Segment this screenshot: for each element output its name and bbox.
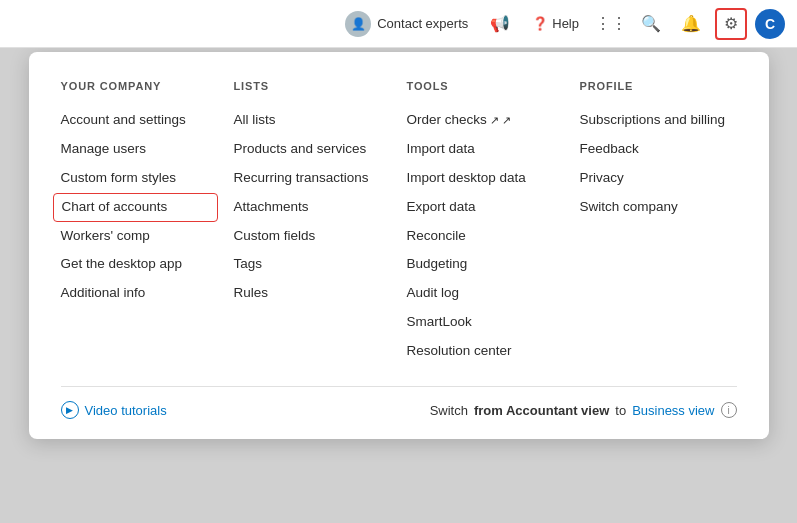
menu-col-header-3: PROFILE [580, 80, 737, 92]
menu-column-0: YOUR COMPANYAccount and settingsManage u… [61, 80, 234, 366]
menu-item-0-6[interactable]: Additional info [61, 279, 218, 308]
grid-icon[interactable]: ⋮⋮ [595, 8, 627, 40]
menu-item-2-3[interactable]: Export data [407, 193, 564, 222]
dropdown-footer: ▶ Video tutorials Switch from Accountant… [61, 386, 737, 419]
switch-link-text: Business view [632, 403, 714, 418]
user-avatar[interactable]: C [755, 9, 785, 39]
help-icon: ❓ [532, 16, 548, 31]
search-icon[interactable]: 🔍 [635, 8, 667, 40]
menu-item-0-1[interactable]: Manage users [61, 135, 218, 164]
menu-column-2: TOOLSOrder checks ↗Import dataImport des… [407, 80, 580, 366]
menu-item-2-2[interactable]: Import desktop data [407, 164, 564, 193]
menu-item-3-2[interactable]: Privacy [580, 164, 737, 193]
menu-columns: YOUR COMPANYAccount and settingsManage u… [61, 80, 737, 366]
menu-item-1-3[interactable]: Attachments [234, 193, 391, 222]
menu-item-2-0[interactable]: Order checks ↗ [407, 106, 564, 135]
menu-item-2-1[interactable]: Import data [407, 135, 564, 164]
menu-item-1-1[interactable]: Products and services [234, 135, 391, 164]
settings-gear-icon[interactable]: ⚙ [715, 8, 747, 40]
switch-pre-text: Switch [430, 403, 468, 418]
video-tutorials-link[interactable]: ▶ Video tutorials [61, 401, 167, 419]
video-tutorials-label: Video tutorials [85, 403, 167, 418]
menu-item-3-3[interactable]: Switch company [580, 193, 737, 222]
menu-column-1: LISTSAll listsProducts and servicesRecur… [234, 80, 407, 366]
menu-item-2-8[interactable]: Resolution center [407, 337, 564, 366]
bell-icon[interactable]: 🔔 [675, 8, 707, 40]
contact-avatar-icon: 👤 [345, 11, 371, 37]
contact-experts-button[interactable]: 👤 Contact experts [337, 7, 476, 41]
menu-item-1-0[interactable]: All lists [234, 106, 391, 135]
menu-col-header-2: TOOLS [407, 80, 564, 92]
menu-item-1-4[interactable]: Custom fields [234, 222, 391, 251]
info-icon: i [721, 402, 737, 418]
menu-item-1-2[interactable]: Recurring transactions [234, 164, 391, 193]
menu-item-2-7[interactable]: SmartLook [407, 308, 564, 337]
menu-item-0-4[interactable]: Workers' comp [61, 222, 218, 251]
menu-col-header-0: YOUR COMPANY [61, 80, 218, 92]
dropdown-overlay: YOUR COMPANYAccount and settingsManage u… [0, 48, 797, 523]
play-icon: ▶ [61, 401, 79, 419]
menu-item-2-6[interactable]: Audit log [407, 279, 564, 308]
help-button[interactable]: ❓ Help [524, 12, 587, 35]
menu-item-0-3[interactable]: Chart of accounts [53, 193, 218, 222]
megaphone-icon[interactable]: 📢 [484, 8, 516, 40]
menu-col-header-1: LISTS [234, 80, 391, 92]
menu-item-1-5[interactable]: Tags [234, 250, 391, 279]
menu-item-0-2[interactable]: Custom form styles [61, 164, 218, 193]
switch-mid-text: to [615, 403, 626, 418]
settings-dropdown-panel: YOUR COMPANYAccount and settingsManage u… [29, 52, 769, 439]
help-label: Help [552, 16, 579, 31]
menu-item-0-0[interactable]: Account and settings [61, 106, 218, 135]
menu-item-2-4[interactable]: Reconcile [407, 222, 564, 251]
menu-item-2-5[interactable]: Budgeting [407, 250, 564, 279]
menu-item-3-1[interactable]: Feedback [580, 135, 737, 164]
contact-experts-label: Contact experts [377, 16, 468, 31]
menu-item-0-5[interactable]: Get the desktop app [61, 250, 218, 279]
menu-item-3-0[interactable]: Subscriptions and billing [580, 106, 737, 135]
menu-column-3: PROFILESubscriptions and billingFeedback… [580, 80, 737, 366]
menu-item-1-6[interactable]: Rules [234, 279, 391, 308]
switch-view-button[interactable]: Switch from Accountant view to Business … [430, 402, 737, 418]
switch-bold-text: from Accountant view [474, 403, 609, 418]
topbar: 👤 Contact experts 📢 ❓ Help ⋮⋮ 🔍 🔔 ⚙ C [0, 0, 797, 48]
